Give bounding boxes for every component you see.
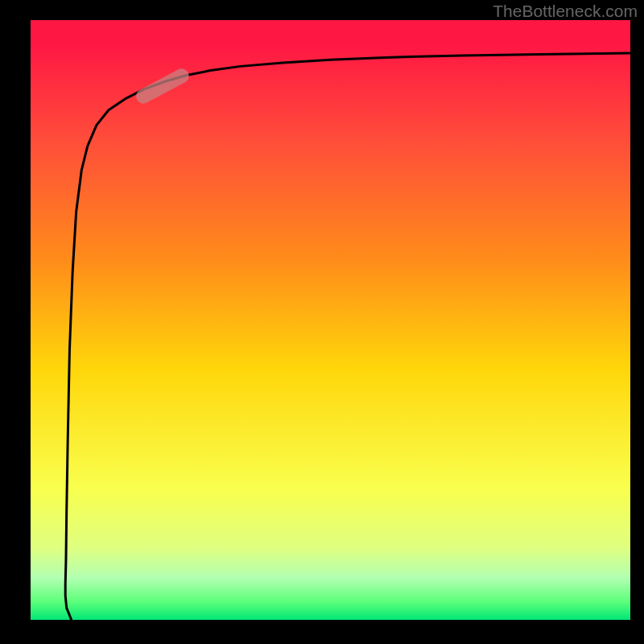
- gradient-background: [31, 20, 630, 620]
- plot-area: [31, 20, 630, 620]
- watermark-text: TheBottleneck.com: [493, 2, 638, 21]
- chart-container: TheBottleneck.com: [0, 0, 644, 644]
- chart-svg: [31, 20, 630, 620]
